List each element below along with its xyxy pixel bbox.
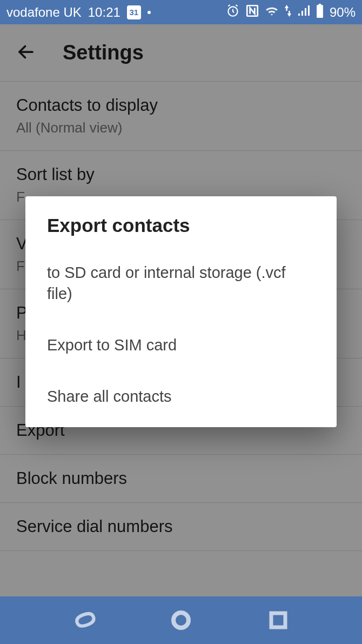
option-export-sim[interactable]: Export to SIM card (25, 320, 337, 371)
alarm-icon (226, 4, 240, 21)
data-arrows-icon (284, 5, 292, 20)
calendar-icon: 31 (127, 5, 141, 19)
svg-point-4 (173, 613, 189, 628)
nfc-icon (245, 4, 259, 21)
svg-rect-2 (317, 5, 323, 18)
dialog-title: Export contacts (25, 196, 337, 247)
nav-bar (0, 596, 362, 644)
nav-home-button[interactable] (168, 607, 194, 633)
signal-icon (297, 5, 310, 20)
svg-rect-5 (271, 613, 285, 627)
status-right: 90% (226, 4, 356, 21)
carrier-label: vodafone UK (6, 5, 82, 20)
status-bar: vodafone UK 10:21 31 90% (0, 0, 362, 24)
clock-label: 10:21 (88, 5, 120, 20)
battery-icon (316, 4, 324, 21)
option-export-vcf[interactable]: to SD card or internal storage (.vcf fil… (25, 247, 337, 320)
battery-pct-label: 90% (330, 5, 356, 20)
status-left: vodafone UK 10:21 31 (6, 5, 151, 20)
nav-recent-button[interactable] (265, 607, 291, 633)
nav-back-button[interactable] (71, 607, 97, 633)
wifi-icon (265, 5, 279, 20)
option-share-all[interactable]: Share all contacts (25, 371, 337, 422)
export-contacts-dialog: Export contacts to SD card or internal s… (25, 196, 337, 427)
svg-rect-3 (319, 4, 321, 6)
notification-dot-icon (148, 11, 151, 14)
